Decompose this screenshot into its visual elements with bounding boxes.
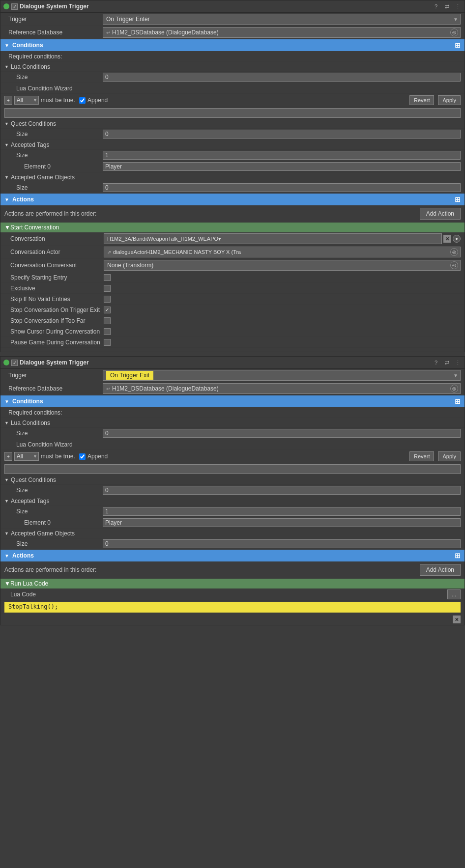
panel2-enable-toggle[interactable] [3,360,9,365]
lua-conditions-header: ▼ Lua Conditions [0,62,465,72]
revert-btn1[interactable]: Revert [409,95,434,105]
exclusive-label: Exclusive [10,285,104,292]
enable-checkbox[interactable]: ✓ [11,3,18,10]
conversation-circle-btn[interactable]: ● [453,235,461,243]
panel2-actions-icon: ⊞ [455,552,461,560]
add-action-btn1[interactable]: Add Action [420,208,461,220]
panel2-lua-wizard-row: Lua Condition Wizard [0,439,465,450]
panel2-append-checkbox[interactable] [79,453,86,460]
exclusive-checkbox[interactable] [104,285,111,292]
show-cursor-value[interactable] [104,328,461,335]
actor-value: ⇗ dialogueActorH1M2_MECHANIC NASTY BOY X… [104,247,461,257]
panel2-quest-title: Quest Conditions [11,476,56,483]
quest-size-input[interactable]: 0 [103,130,461,139]
element0-value[interactable]: Player [103,162,461,171]
skip-checkbox[interactable] [104,296,111,303]
lua-plus-btn[interactable]: + [4,96,12,105]
panel2-enable-checkbox[interactable]: ✓ [11,360,18,366]
reference-db-dropdown[interactable]: ↩ H1M2_DSDatabase (DialogueDatabase) ◎ [103,27,461,38]
panel2-tags-size-value[interactable]: 1 [103,507,461,516]
panel2-gameobjects-size-input[interactable]: 0 [103,539,461,548]
panel2-quest-size-input[interactable]: 0 [103,486,461,495]
stop-trigger-checkbox[interactable] [104,307,111,313]
actor-dropdown[interactable]: ⇗ dialogueActorH1M2_MECHANIC NASTY BOY X… [104,247,461,257]
enable-toggle[interactable] [3,3,9,9]
help-icon[interactable]: ? [432,2,440,10]
bottom-x-btn[interactable]: ✕ [453,616,461,623]
stop-trigger-row: Stop Conversation On Trigger Exit [0,305,465,315]
panel2-lua-plus-btn[interactable]: + [4,452,12,461]
actor-circle-btn[interactable]: ◎ [450,248,458,256]
panel2-lua-size-input[interactable]: 0 [103,429,461,438]
lua-code-label: Lua Code [10,591,447,598]
panel1-header: ✓ Dialogue System Trigger ? ⇄ ⋮ [0,0,465,13]
lua-size-input[interactable]: 0 [103,73,461,82]
panel2-help-icon[interactable]: ? [432,359,440,366]
panel2-tags-size-input[interactable]: 1 [103,507,461,516]
panel2-trigger-value-container[interactable]: On Trigger Exit ▼ [103,370,461,381]
conditions-section-header[interactable]: ▼ Conditions ⊞ [0,39,465,51]
revert-btn2[interactable]: Revert [409,451,434,461]
panel2-reference-db-dropdown[interactable]: ↩ H1M2_DSDatabase (DialogueDatabase) ◎ [103,383,461,394]
settings-icon[interactable]: ⇄ [443,2,451,10]
conversant-dropdown[interactable]: None (Transform) ◎ [104,260,461,271]
gameobjects-size-input[interactable]: 0 [103,183,461,192]
panel2-tags-size-label: Size [4,508,103,515]
pause-game-checkbox[interactable] [104,339,111,346]
lua-all-dropdown[interactable]: All ▼ [14,96,39,105]
apply-btn2[interactable]: Apply [438,451,461,461]
lua-code-value[interactable]: StopTalking(); [4,602,461,613]
specify-checkbox[interactable] [104,274,111,281]
stop-far-label: Stop Conversation If Too Far [10,317,104,324]
panel2-actions-section-header[interactable]: ▼ Actions ⊞ [0,550,465,561]
panel2-settings-icon[interactable]: ⇄ [443,359,451,366]
panel2-element0-input[interactable]: Player [103,518,461,527]
lua-ellipsis-btn[interactable]: ... [447,589,461,599]
panel2-trigger-dropdown[interactable]: On Trigger Exit ▼ [103,370,461,381]
exclusive-value[interactable] [104,285,461,292]
conversation-row: Conversation H1M2_3A/BanditWeaponTalk_H1… [0,232,465,246]
append-checkbox[interactable] [79,97,86,104]
lua-size-value[interactable]: 0 [103,73,461,82]
trigger-value-container[interactable]: On Trigger Enter ▼ [103,14,461,25]
panel2: ✓ Dialogue System Trigger ? ⇄ ⋮ Trigger … [0,356,465,625]
specify-starting-row: Specify Starting Entry [0,272,465,283]
trigger-dropdown[interactable]: On Trigger Enter ▼ [103,14,461,25]
pause-game-value[interactable] [104,339,461,346]
panel2-db-circle-btn[interactable]: ◎ [450,385,458,392]
show-cursor-checkbox[interactable] [104,328,111,335]
actor-ref-icon: ⇗ [107,250,111,255]
stop-far-value[interactable] [104,317,461,324]
element0-input[interactable]: Player [103,162,461,171]
gameobjects-size-value[interactable]: 0 [103,183,461,192]
specify-value[interactable] [104,274,461,281]
panel2-conditions-section-header[interactable]: ▼ Conditions ⊞ [0,395,465,407]
db-circle-btn[interactable]: ◎ [450,28,458,36]
stop-far-checkbox[interactable] [104,317,111,324]
lua-text-area2[interactable] [4,464,461,474]
conversation-dropdown[interactable]: H1M2_3A/BanditWeaponTalk_H1M2_WEAPO▾ [104,233,442,244]
skip-value[interactable] [104,296,461,303]
required-conditions-row: Required conditions: [0,51,465,62]
panel2-element0-value[interactable]: Player [103,518,461,527]
apply-btn1[interactable]: Apply [438,95,461,105]
actions-title: Actions [12,196,34,203]
actions-section-header[interactable]: ▼ Actions ⊞ [0,194,465,205]
panel2-quest-size-value[interactable]: 0 [103,486,461,495]
stop-trigger-value[interactable] [104,307,461,313]
panel2-lua-conditions-arrow: ▼ [4,420,9,425]
tags-size-input[interactable]: 1 [103,151,461,160]
panel2-lua-all-dropdown[interactable]: All ▼ [14,452,39,461]
tags-arrow: ▼ [4,142,9,147]
panel2-menu-icon[interactable]: ⋮ [454,359,462,366]
menu-icon[interactable]: ⋮ [454,2,462,10]
panel2-lua-size-value[interactable]: 0 [103,429,461,438]
panel2-gameobjects-size-value[interactable]: 0 [103,539,461,548]
lua-text-area1[interactable] [4,108,461,118]
conversant-circle-btn[interactable]: ◎ [450,261,458,269]
conversation-x-btn[interactable]: ✕ [443,235,451,243]
add-action-btn2[interactable]: Add Action [420,564,461,576]
conversant-row: Conversation Conversant None (Transform)… [0,259,465,272]
quest-size-value[interactable]: 0 [103,130,461,139]
tags-size-value[interactable]: 1 [103,151,461,160]
